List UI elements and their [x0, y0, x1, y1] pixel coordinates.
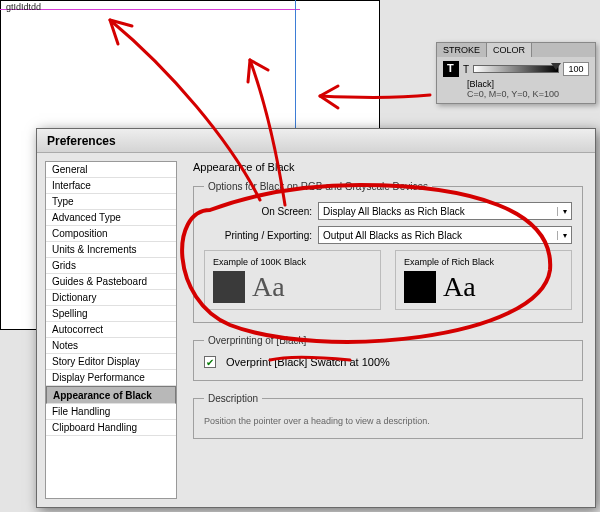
sidebar-item-spelling[interactable]: Spelling	[46, 306, 176, 322]
canvas-stray-text: gtIdIdtdd	[6, 2, 41, 12]
print-select[interactable]: Output All Blacks as Rich Black ▾	[318, 226, 572, 244]
sidebar-item-dictionary[interactable]: Dictionary	[46, 290, 176, 306]
description-group: Description Position the pointer over a …	[193, 393, 583, 439]
overprint-group: Overprinting of [Black] ✔ Overprint [Bla…	[193, 335, 583, 381]
onscreen-select[interactable]: Display All Blacks as Rich Black ▾	[318, 202, 572, 220]
overprint-label: Overprint [Black] Swatch at 100%	[226, 356, 390, 368]
sidebar-item-grids[interactable]: Grids	[46, 258, 176, 274]
sidebar-item-file-handling[interactable]: File Handling	[46, 404, 176, 420]
color-panel: STROKE COLOR T 100 [Black] C=0, M=0, Y=0…	[436, 42, 596, 104]
sidebar-item-composition[interactable]: Composition	[46, 226, 176, 242]
options-group: Options for Black on RGB and Grayscale D…	[193, 181, 583, 323]
description-legend: Description	[204, 393, 262, 404]
sidebar-item-clipboard-handling[interactable]: Clipboard Handling	[46, 420, 176, 436]
fill-swatch[interactable]	[443, 61, 459, 77]
sidebar-item-appearance-of-black[interactable]: Appearance of Black	[46, 386, 176, 404]
sidebar-item-notes[interactable]: Notes	[46, 338, 176, 354]
sidebar-item-autocorrect[interactable]: Autocorrect	[46, 322, 176, 338]
example-rich-aa: Aa	[443, 271, 476, 303]
print-label: Printing / Exporting:	[204, 230, 312, 241]
tab-color[interactable]: COLOR	[487, 43, 532, 57]
example-100k-aa: Aa	[252, 271, 285, 303]
dialog-title: Preferences	[37, 129, 595, 153]
sidebar-item-interface[interactable]: Interface	[46, 178, 176, 194]
options-legend: Options for Black on RGB and Grayscale D…	[204, 181, 432, 192]
onscreen-label: On Screen:	[204, 206, 312, 217]
section-title: Appearance of Black	[193, 161, 583, 173]
swatch-name: [Black]	[467, 79, 589, 89]
swatch-100k-icon	[213, 271, 245, 303]
preferences-content: Appearance of Black Options for Black on…	[181, 153, 595, 507]
swatch-cmyk: C=0, M=0, Y=0, K=100	[467, 89, 589, 99]
tint-value[interactable]: 100	[563, 62, 589, 76]
chevron-down-icon: ▾	[557, 207, 571, 216]
tint-label: T	[463, 64, 469, 75]
sidebar-item-advanced-type[interactable]: Advanced Type	[46, 210, 176, 226]
overprint-checkbox[interactable]: ✔	[204, 356, 216, 368]
tab-stroke[interactable]: STROKE	[437, 43, 487, 57]
sidebar-item-units-increments[interactable]: Units & Increments	[46, 242, 176, 258]
sidebar-item-story-editor-display[interactable]: Story Editor Display	[46, 354, 176, 370]
print-value: Output All Blacks as Rich Black	[323, 230, 462, 241]
example-rich: Example of Rich Black Aa	[395, 250, 572, 310]
onscreen-value: Display All Blacks as Rich Black	[323, 206, 465, 217]
example-100k: Example of 100K Black Aa	[204, 250, 381, 310]
example-100k-label: Example of 100K Black	[213, 257, 372, 267]
preferences-dialog: Preferences GeneralInterfaceTypeAdvanced…	[36, 128, 596, 508]
preferences-sidebar: GeneralInterfaceTypeAdvanced TypeComposi…	[45, 161, 177, 499]
chevron-down-icon: ▾	[557, 231, 571, 240]
sidebar-item-type[interactable]: Type	[46, 194, 176, 210]
sidebar-item-general[interactable]: General	[46, 162, 176, 178]
sidebar-item-display-performance[interactable]: Display Performance	[46, 370, 176, 386]
tint-slider[interactable]	[473, 65, 559, 73]
description-text: Position the pointer over a heading to v…	[204, 416, 572, 426]
example-rich-label: Example of Rich Black	[404, 257, 563, 267]
overprint-legend: Overprinting of [Black]	[204, 335, 310, 346]
swatch-rich-icon	[404, 271, 436, 303]
sidebar-item-guides-pasteboard[interactable]: Guides & Pasteboard	[46, 274, 176, 290]
